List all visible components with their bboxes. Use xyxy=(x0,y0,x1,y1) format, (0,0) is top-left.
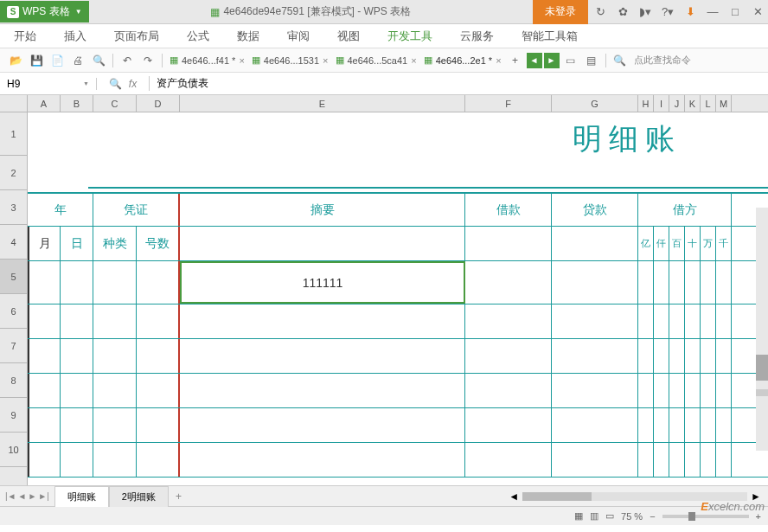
header-voucher: 凭证 xyxy=(93,194,180,226)
prev-sheet-icon[interactable]: ◄ xyxy=(18,491,27,501)
print-preview-icon[interactable]: 📄 xyxy=(48,52,66,69)
col-header[interactable]: L xyxy=(701,95,716,112)
menu-data[interactable]: 数据 xyxy=(230,25,266,48)
name-box[interactable]: H9▼ xyxy=(0,78,97,90)
col-header[interactable]: B xyxy=(61,95,93,112)
grid[interactable]: 明细账 年 凭证 摘要 借款 贷款 借方 月 日 种类 号数 xyxy=(28,112,768,485)
last-sheet-icon[interactable]: ►| xyxy=(38,491,49,501)
selected-cell[interactable]: 111111 xyxy=(180,261,465,304)
menu-tools[interactable]: 智能工具箱 xyxy=(515,25,585,48)
sheet-tab-active[interactable]: 明细账 xyxy=(54,486,109,507)
scroll-left-icon[interactable]: ◄ xyxy=(509,490,519,503)
window-icon[interactable]: ▭ xyxy=(562,52,579,69)
menu-layout[interactable]: 页面布局 xyxy=(107,25,166,48)
tab-next-icon[interactable]: ► xyxy=(544,53,560,68)
sub-header: 万 xyxy=(701,227,716,260)
tab-prev-icon[interactable]: ◄ xyxy=(527,53,542,68)
maximize-icon[interactable]: □ xyxy=(725,2,746,22)
col-header[interactable]: G xyxy=(552,95,638,112)
sheet-tabs: |◄ ◄ ► ►| 明细账 2明细账 + ◄ ► xyxy=(0,485,768,506)
redo-icon[interactable]: ↷ xyxy=(139,52,157,69)
sub-header: 千 xyxy=(716,227,732,260)
settings-icon[interactable]: ✿ xyxy=(612,2,633,22)
menu-view[interactable]: 视图 xyxy=(330,25,367,48)
zoom-level[interactable]: 75 % xyxy=(621,511,643,522)
add-sheet-icon[interactable]: + xyxy=(169,490,189,503)
vertical-scrollbar[interactable] xyxy=(756,208,768,451)
preview-icon[interactable]: 🔍 xyxy=(90,52,107,69)
next-sheet-icon[interactable]: ► xyxy=(28,491,36,501)
close-icon[interactable]: ✕ xyxy=(747,2,768,22)
app-dropdown-icon[interactable]: ▼ xyxy=(75,8,82,16)
formula-input[interactable]: 资产负债表 xyxy=(149,76,768,91)
menu-cloud[interactable]: 云服务 xyxy=(453,25,501,48)
col-header[interactable]: F xyxy=(465,95,552,112)
row-header[interactable]: 6 xyxy=(0,294,27,329)
undo-icon[interactable]: ↶ xyxy=(118,52,136,69)
zoom-out-icon[interactable]: − xyxy=(650,511,655,522)
view-break-icon[interactable]: ▭ xyxy=(605,510,614,522)
list-icon[interactable]: ▤ xyxy=(583,52,600,69)
close-tab-icon[interactable]: × xyxy=(323,55,328,66)
header-day: 日 xyxy=(61,227,93,260)
skin-icon[interactable]: ◗▾ xyxy=(635,2,656,22)
col-header[interactable]: D xyxy=(137,95,180,112)
wps-logo-icon: S xyxy=(7,6,19,18)
row-header[interactable]: 10 xyxy=(0,433,27,467)
ledger-title: 明细账 xyxy=(573,119,682,159)
row-header[interactable]: 5 xyxy=(0,260,27,294)
zoom-icon[interactable]: 🔍 xyxy=(109,78,122,90)
first-sheet-icon[interactable]: |◄ xyxy=(5,491,16,501)
menu-insert[interactable]: 插入 xyxy=(57,25,93,48)
row-header[interactable]: 7 xyxy=(0,329,27,363)
row-header[interactable]: 9 xyxy=(0,398,27,433)
row-header[interactable]: 2 xyxy=(0,156,27,190)
col-header[interactable]: J xyxy=(669,95,685,112)
save-icon[interactable]: 💾 xyxy=(28,52,45,69)
row-header[interactable]: 3 xyxy=(0,190,27,225)
open-icon[interactable]: 📂 xyxy=(7,52,24,69)
col-header[interactable]: H xyxy=(638,95,654,112)
add-tab-icon[interactable]: + xyxy=(507,52,524,69)
fx-icon[interactable]: fx xyxy=(129,78,137,90)
print-icon[interactable]: 🖨 xyxy=(69,52,86,69)
search-icon[interactable]: 🔍 xyxy=(611,52,629,69)
dropdown-icon[interactable]: ▼ xyxy=(83,80,89,87)
doc-icon: ▦ xyxy=(210,6,220,18)
sync-icon[interactable]: ↻ xyxy=(590,2,611,22)
menu-start[interactable]: 开始 xyxy=(7,25,43,48)
close-tab-icon[interactable]: × xyxy=(496,55,501,66)
close-tab-icon[interactable]: × xyxy=(239,55,244,66)
minimize-icon[interactable]: — xyxy=(702,2,723,22)
download-icon[interactable]: ⬇ xyxy=(680,2,701,22)
col-header[interactable]: E xyxy=(180,95,465,112)
col-header[interactable]: A xyxy=(28,95,61,112)
help-icon[interactable]: ?▾ xyxy=(657,2,678,22)
sub-header: 仟 xyxy=(654,227,669,260)
close-tab-icon[interactable]: × xyxy=(411,55,416,66)
col-header[interactable]: M xyxy=(716,95,732,112)
search-hint[interactable]: 点此查找命令 xyxy=(634,54,691,67)
col-header[interactable]: C xyxy=(93,95,137,112)
header-summary: 摘要 xyxy=(180,194,465,226)
doc-tab-4[interactable]: ▦4e646...2e1 *× xyxy=(420,53,505,67)
view-page-icon[interactable]: ▥ xyxy=(590,510,598,522)
doc-tab-2[interactable]: ▦4e646...1531× xyxy=(248,53,332,67)
select-all-corner[interactable] xyxy=(0,95,28,112)
zoom-slider[interactable] xyxy=(662,515,749,518)
horizontal-scrollbar[interactable] xyxy=(522,492,747,501)
row-header[interactable]: 1 xyxy=(0,112,27,156)
app-brand[interactable]: S WPS 表格 ▼ xyxy=(0,1,89,22)
doc-tab-1[interactable]: ▦4e646...f41 *× xyxy=(166,53,248,67)
col-header[interactable]: K xyxy=(685,95,701,112)
row-header[interactable]: 4 xyxy=(0,225,27,260)
sheet-tab[interactable]: 2明细账 xyxy=(109,486,169,507)
row-header[interactable]: 8 xyxy=(0,363,27,398)
login-button[interactable]: 未登录 xyxy=(533,0,588,24)
view-normal-icon[interactable]: ▦ xyxy=(574,510,583,522)
menu-review[interactable]: 审阅 xyxy=(280,25,317,48)
menu-devtools[interactable]: 开发工具 xyxy=(381,25,439,48)
col-header[interactable]: I xyxy=(654,95,669,112)
doc-tab-3[interactable]: ▦4e646...5ca41× xyxy=(332,53,420,67)
menu-formula[interactable]: 公式 xyxy=(180,25,216,48)
